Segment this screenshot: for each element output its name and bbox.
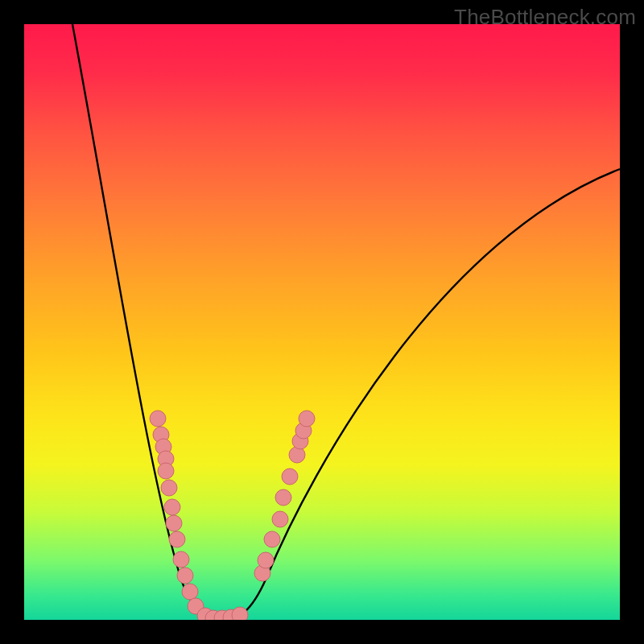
chart-frame: TheBottleneck.com (0, 0, 644, 644)
watermark-text: TheBottleneck.com (454, 5, 636, 30)
chart-svg (24, 24, 620, 620)
data-point (161, 480, 177, 496)
data-point (182, 584, 198, 600)
data-point (158, 463, 174, 479)
data-point (164, 499, 180, 515)
data-point (166, 515, 182, 531)
data-point (169, 531, 185, 547)
data-point (275, 489, 291, 506)
data-point (232, 607, 248, 620)
data-point (150, 411, 166, 427)
data-point (299, 411, 315, 427)
data-point (264, 531, 280, 547)
data-point (282, 469, 298, 485)
chart-plot-area (24, 24, 620, 620)
data-point (173, 551, 189, 568)
bottleneck-curve (72, 24, 620, 620)
scatter-dots (150, 411, 315, 620)
data-point (272, 511, 288, 527)
data-point (258, 552, 274, 568)
data-point (177, 568, 193, 584)
